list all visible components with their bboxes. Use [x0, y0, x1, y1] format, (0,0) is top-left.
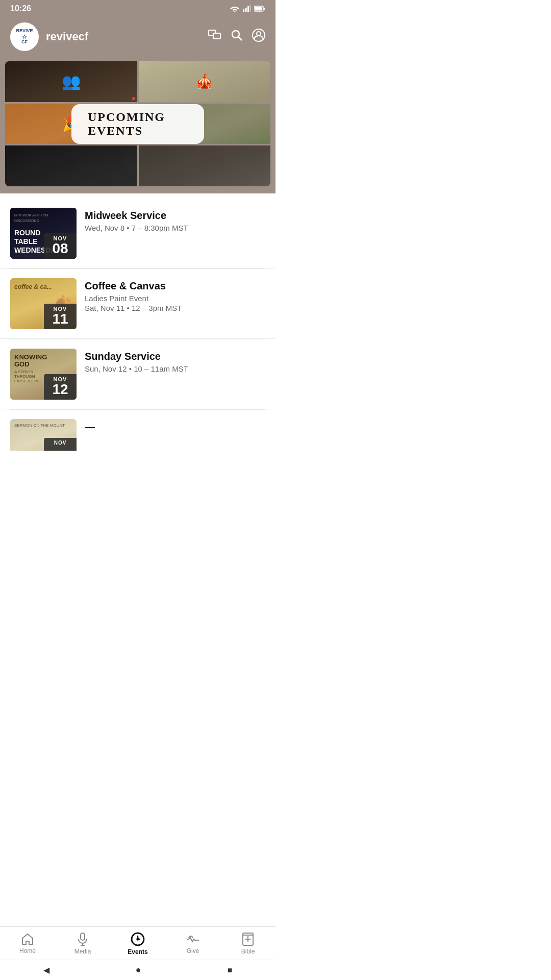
profile-svg — [252, 29, 265, 42]
event-title-midweek: Midweek Service — [85, 210, 265, 222]
status-time: 10:26 — [10, 4, 31, 13]
svg-rect-7 — [264, 8, 265, 10]
status-bar: 10:26 — [0, 0, 276, 17]
svg-rect-1 — [243, 9, 244, 12]
event-thumbnail-midweek: 8PM WORSHIP 7PM DISCUSSIONS ROUNDTABLEWE… — [10, 208, 77, 259]
event-info-partial: — — [85, 419, 265, 433]
event-time-sunday: Sun, Nov 12 • 10 – 11am MST — [85, 364, 265, 373]
banner-cell-2: 🎪 — [139, 61, 271, 102]
svg-point-0 — [234, 11, 236, 13]
event-title-sunday: Sunday Service — [85, 351, 265, 362]
logo[interactable]: REVIVE☆CF — [10, 22, 39, 51]
event-list: 8PM WORSHIP 7PM DISCUSSIONS ROUNDTABLEWE… — [0, 193, 276, 512]
thumb-time-midweek: 8PM WORSHIP 7PM DISCUSSIONS — [14, 213, 72, 224]
svg-rect-3 — [247, 6, 249, 12]
chat-svg — [208, 30, 221, 41]
event-time-midweek: Wed, Nov 8 • 7 – 8:30pm MST — [85, 224, 265, 232]
banner-cell-1: 👥 — [5, 61, 137, 102]
banner-container: 👥 🎪 🎉 UPCOMIN — [0, 61, 276, 193]
banner-overlay: UPCOMING EVENTS — [71, 104, 204, 144]
date-badge-midweek: NOV 08 — [44, 233, 77, 259]
event-item-partial[interactable]: SERMON ON THE MOUNT NOV ... — — [0, 410, 276, 451]
event-item-midweek[interactable]: 8PM WORSHIP 7PM DISCUSSIONS ROUNDTABLEWE… — [0, 199, 276, 268]
svg-point-10 — [232, 31, 239, 38]
event-item-sunday[interactable]: KNOWINGGOD A SERIESTHROUGHFIRST JOHN NOV… — [0, 339, 276, 409]
event-thumbnail-sunday: KNOWINGGOD A SERIESTHROUGHFIRST JOHN NOV… — [10, 349, 77, 400]
signal-icon — [243, 5, 251, 12]
thumb-label-sunday: KNOWINGGOD — [14, 354, 72, 369]
event-thumbnail-partial: SERMON ON THE MOUNT NOV ... — [10, 419, 77, 451]
event-info-coffee: Coffee & Canvas Ladies Paint Event Sat, … — [85, 278, 265, 312]
event-info-midweek: Midweek Service Wed, Nov 8 • 7 – 8:30pm … — [85, 208, 265, 232]
svg-line-11 — [239, 37, 242, 41]
battery-icon — [254, 6, 265, 12]
header-title: revivecf — [46, 30, 208, 43]
event-subtitle-coffee: Ladies Paint Event — [85, 294, 265, 303]
event-title-partial: — — [85, 421, 265, 433]
svg-rect-4 — [250, 5, 252, 12]
date-badge-coffee: NOV 11 — [44, 304, 77, 329]
banner-cell-6 — [139, 145, 271, 186]
chat-icon[interactable] — [208, 30, 221, 44]
thumb-partial-text: SERMON ON THE MOUNT — [14, 423, 72, 428]
svg-rect-6 — [255, 7, 262, 11]
status-icons — [230, 5, 265, 12]
event-time-coffee: Sat, Nov 11 • 12 – 3pm MST — [85, 304, 265, 312]
search-svg — [231, 29, 243, 41]
header-actions — [208, 29, 265, 45]
banner-title: UPCOMING EVENTS — [88, 110, 165, 137]
banner-grid: 👥 🎪 🎉 UPCOMIN — [5, 61, 270, 186]
svg-rect-9 — [213, 33, 220, 39]
date-badge-sunday: NOV 12 — [44, 374, 77, 400]
event-title-coffee: Coffee & Canvas — [85, 280, 265, 292]
banner-cell-5 — [5, 145, 137, 186]
event-info-sunday: Sunday Service Sun, Nov 12 • 10 – 11am M… — [85, 349, 265, 373]
event-item-coffee[interactable]: coffee & ca... 🍂 NOV 11 Coffee & Canvas … — [0, 269, 276, 339]
wifi-icon — [230, 5, 240, 12]
event-thumbnail-coffee: coffee & ca... 🍂 NOV 11 — [10, 278, 77, 329]
svg-rect-2 — [245, 8, 247, 12]
search-icon[interactable] — [231, 29, 243, 44]
svg-point-13 — [257, 32, 261, 36]
thumb-label-coffee: coffee & ca... — [14, 283, 72, 290]
app-header: REVIVE☆CF revivecf — [0, 17, 276, 61]
profile-icon[interactable] — [252, 29, 265, 45]
date-badge-partial: NOV ... — [44, 438, 77, 451]
